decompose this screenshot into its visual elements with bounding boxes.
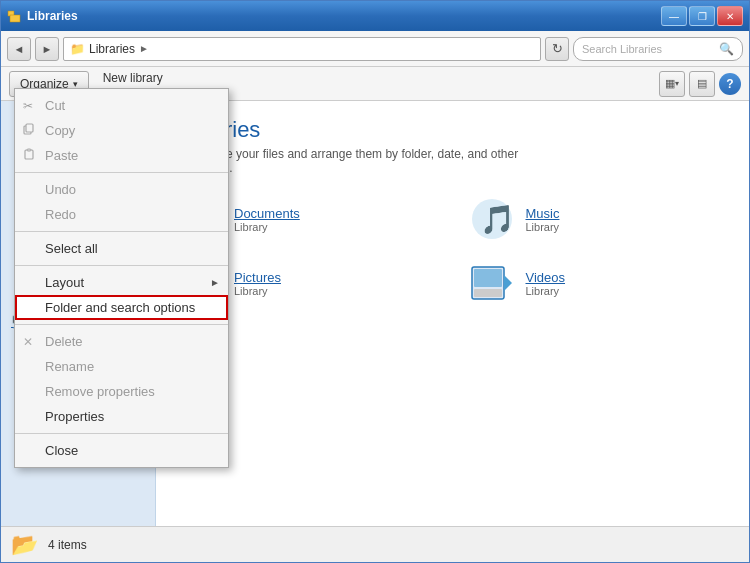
view-icon: ▦ [665,77,675,90]
view-arrow: ▾ [675,79,679,88]
music-type: Library [526,221,560,233]
svg-rect-20 [27,149,31,151]
organize-arrow: ▾ [73,79,78,89]
breadcrumb-folder-icon: 📁 [70,42,85,56]
videos-name[interactable]: Videos [526,270,566,285]
menu-item-select-all[interactable]: Select all [15,236,228,261]
maximize-button[interactable]: ❐ [689,6,715,26]
address-bar: ◄ ► 📁 Libraries ► ↻ Search Libraries 🔍 [1,31,749,67]
close-button[interactable]: ✕ [717,6,743,26]
menu-divider-1 [15,172,228,173]
title-bar-left: Libraries [7,8,78,24]
menu-item-folder-options-label: Folder and search options [45,300,195,315]
menu-item-close[interactable]: Close [15,438,228,463]
menu-item-select-all-label: Select all [45,241,98,256]
explorer-window: Libraries — ❐ ✕ ◄ ► 📁 Libraries ► ↻ Sear… [0,0,750,563]
layout-button[interactable]: ▤ [689,71,715,97]
music-name[interactable]: Music [526,206,560,221]
menu-divider-5 [15,433,228,434]
menu-item-layout-label: Layout [45,275,84,290]
back-button[interactable]: ◄ [7,37,31,61]
content-panel: Libraries rary to see your files and arr… [156,101,749,526]
status-items-count: 4 items [48,538,87,552]
menu-item-redo-label: Redo [45,207,76,222]
svg-rect-1 [10,15,20,22]
videos-type: Library [526,285,566,297]
pictures-type: Library [234,285,281,297]
view-button[interactable]: ▦ ▾ [659,71,685,97]
search-bar[interactable]: Search Libraries 🔍 [573,37,743,61]
menu-item-undo-label: Undo [45,182,76,197]
copy-icon [23,123,35,138]
breadcrumb-arrow: ► [139,43,149,54]
menu-item-copy-label: Copy [45,123,75,138]
page-title: Libraries [176,117,729,143]
breadcrumb-path: Libraries [89,42,135,56]
menu-item-paste-label: Paste [45,148,78,163]
videos-info: Videos Library [526,270,566,297]
cut-icon: ✂ [23,99,33,113]
library-item-music[interactable]: 🎵 Music Library [468,195,730,243]
menu-item-delete-label: Delete [45,334,83,349]
menu-item-redo[interactable]: Redo [15,202,228,227]
status-bar: 📂 4 items [1,526,749,562]
context-menu: ✂ Cut Copy Paste U [14,88,229,468]
library-item-videos[interactable]: Videos Library [468,259,730,307]
documents-info: Documents Library [234,206,300,233]
menu-item-paste[interactable]: Paste [15,143,228,168]
menu-item-cut[interactable]: ✂ Cut [15,93,228,118]
music-icon: 🎵 [468,195,516,243]
minimize-button[interactable]: — [661,6,687,26]
svg-rect-15 [474,269,502,287]
music-info: Music Library [526,206,560,233]
toolbar-right: ▦ ▾ ▤ ? [659,71,741,97]
title-bar: Libraries — ❐ ✕ [1,1,749,31]
library-grid: Documents Library 🎵 Music Library [176,195,729,307]
search-icon: 🔍 [719,42,734,56]
menu-item-delete[interactable]: ✕ Delete [15,329,228,354]
delete-icon: ✕ [23,335,33,349]
documents-type: Library [234,221,300,233]
menu-divider-4 [15,324,228,325]
svg-marker-14 [504,275,512,291]
menu-item-properties-label: Properties [45,409,104,424]
menu-item-remove-properties[interactable]: Remove properties [15,379,228,404]
search-placeholder: Search Libraries [582,43,662,55]
window-title: Libraries [27,9,78,23]
pictures-name[interactable]: Pictures [234,270,281,285]
layout-icon: ▤ [697,77,707,90]
status-folder-icon: 📂 [11,532,38,558]
pictures-info: Pictures Library [234,270,281,297]
menu-item-rename[interactable]: Rename [15,354,228,379]
svg-text:🎵: 🎵 [480,203,515,236]
breadcrumb-bar[interactable]: 📁 Libraries ► [63,37,541,61]
menu-item-layout[interactable]: Layout ► [15,270,228,295]
paste-icon [23,148,35,163]
menu-item-cut-label: Cut [45,98,65,113]
documents-name[interactable]: Documents [234,206,300,221]
videos-icon [468,259,516,307]
title-buttons: — ❐ ✕ [661,6,743,26]
svg-rect-18 [26,124,33,132]
menu-item-folder-options[interactable]: Folder and search options [15,295,228,320]
refresh-button[interactable]: ↻ [545,37,569,61]
menu-item-close-label: Close [45,443,78,458]
menu-item-undo[interactable]: Undo [15,177,228,202]
content-description: rary to see your files and arrange them … [176,147,576,175]
help-button[interactable]: ? [719,73,741,95]
menu-item-remove-properties-label: Remove properties [45,384,155,399]
menu-item-properties[interactable]: Properties [15,404,228,429]
svg-rect-16 [474,289,502,297]
menu-divider-3 [15,265,228,266]
menu-divider-2 [15,231,228,232]
menu-item-rename-label: Rename [45,359,94,374]
forward-button[interactable]: ► [35,37,59,61]
window-icon [7,8,23,24]
menu-item-copy[interactable]: Copy [15,118,228,143]
submenu-arrow-icon: ► [210,277,220,288]
